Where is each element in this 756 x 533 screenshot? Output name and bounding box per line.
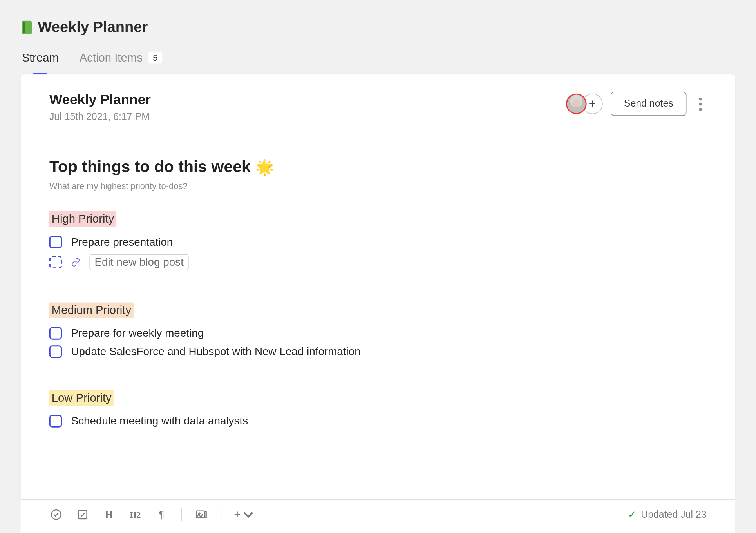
priority-low-list: Schedule meeting with data analysts	[49, 415, 707, 427]
priority-high-label: High Priority	[49, 211, 116, 227]
plus-icon: +	[234, 508, 241, 521]
list-item: Update SalesForce and Hubspot with New L…	[49, 345, 707, 358]
checkbox[interactable]	[49, 345, 62, 358]
card-datetime: Jul 15th 2021, 6:17 PM	[49, 111, 151, 123]
priority-high-block: High Priority Prepare presentation Edit …	[49, 211, 707, 270]
tabs: Stream Action Items 5	[0, 51, 756, 74]
page-title: Weekly Planner	[38, 18, 148, 36]
avatar[interactable]	[566, 94, 587, 114]
todo-text[interactable]: Schedule meeting with data analysts	[71, 415, 248, 427]
checkbox[interactable]	[49, 236, 62, 248]
list-item: Schedule meeting with data analysts	[49, 415, 707, 427]
check-icon: ✓	[628, 508, 637, 521]
list-item: Edit new blog post	[49, 254, 707, 270]
more-menu-button[interactable]	[695, 94, 707, 114]
linked-todo-pill[interactable]: Edit new blog post	[89, 254, 189, 270]
image-icon[interactable]	[194, 508, 208, 522]
heading-icon[interactable]: H	[102, 508, 116, 522]
chevron-down-icon	[242, 508, 254, 521]
star-icon: 🌟	[255, 158, 274, 176]
checkbox-linked[interactable]	[49, 256, 62, 268]
updated-label: Updated Jul 23	[641, 509, 706, 520]
link-icon	[71, 257, 80, 266]
tab-action-items[interactable]: Action Items 5	[80, 51, 162, 74]
checkbox[interactable]	[49, 327, 62, 339]
priority-medium-label: Medium Priority	[49, 303, 134, 318]
svg-rect-4	[205, 511, 206, 517]
priority-high-list: Prepare presentation Edit new blog post	[49, 236, 707, 270]
todo-text[interactable]: Prepare presentation	[71, 236, 173, 248]
list-item: Prepare presentation	[49, 236, 707, 248]
tab-action-items-label: Action Items	[80, 51, 143, 64]
format-tools: H H2 ¶ +	[49, 508, 255, 522]
add-block-button[interactable]: +	[234, 508, 254, 522]
checkbox[interactable]	[49, 415, 62, 427]
todo-text[interactable]: Prepare for weekly meeting	[71, 327, 204, 339]
notebook-icon	[22, 20, 34, 35]
note-card: Weekly Planner Jul 15th 2021, 6:17 PM + …	[21, 74, 735, 499]
list-item: Prepare for weekly meeting	[49, 327, 707, 339]
plus-icon: +	[589, 96, 596, 111]
paragraph-icon[interactable]: ¶	[155, 508, 168, 522]
toolbar-divider	[221, 508, 221, 521]
section-heading: Top things to do this week 🌟	[49, 158, 707, 176]
priority-low-block: Low Priority Schedule meeting with data …	[49, 390, 707, 428]
section-subheading: What are my highest priority to-dos?	[49, 181, 707, 190]
toolbar-divider	[181, 508, 182, 521]
todo-text[interactable]: Update SalesForce and Hubspot with New L…	[71, 345, 361, 358]
priority-low-label: Low Priority	[49, 390, 114, 406]
circle-check-icon[interactable]	[49, 508, 63, 522]
section-heading-text: Top things to do this week	[49, 158, 251, 176]
priority-medium-block: Medium Priority Prepare for weekly meeti…	[49, 303, 707, 358]
card-header: Weekly Planner Jul 15th 2021, 6:17 PM + …	[49, 92, 707, 138]
send-notes-button[interactable]: Send notes	[611, 92, 686, 116]
card-actions: + Send notes	[566, 92, 707, 116]
tab-action-items-count: 5	[148, 52, 162, 64]
priority-medium-list: Prepare for weekly meeting Update SalesF…	[49, 327, 707, 358]
card-title: Weekly Planner	[49, 92, 151, 108]
tab-stream-label: Stream	[22, 51, 59, 64]
checkbox-icon[interactable]	[76, 508, 89, 522]
card-title-block: Weekly Planner Jul 15th 2021, 6:17 PM	[49, 92, 151, 123]
footer-toolbar: H H2 ¶ + ✓ Updated Jul 23	[21, 499, 735, 533]
tab-stream[interactable]: Stream	[22, 51, 59, 74]
page-title-row: Weekly Planner	[0, 18, 756, 51]
heading2-icon[interactable]: H2	[128, 508, 142, 522]
updated-status: ✓ Updated Jul 23	[628, 508, 707, 521]
